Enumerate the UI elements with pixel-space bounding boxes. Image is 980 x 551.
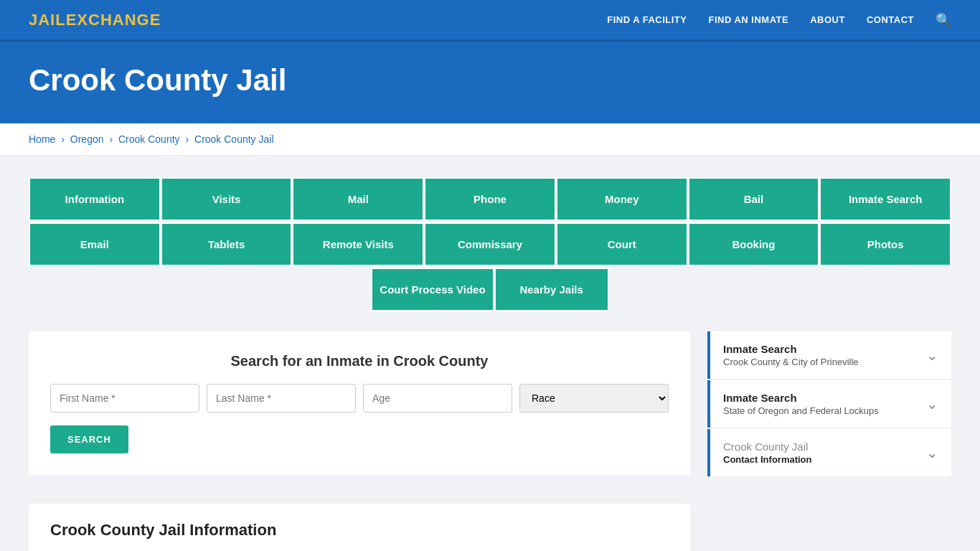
sidebar-item-sub-2: State of Oregon and Federal Lockups bbox=[723, 405, 879, 416]
breadcrumb: Home › Oregon › Crook County › Crook Cou… bbox=[0, 123, 980, 156]
sidebar-item-sub-1: Crook County & City of Prineville bbox=[723, 357, 859, 367]
btn-remote-visits[interactable]: Remote Visits bbox=[292, 222, 424, 266]
find-facility-link[interactable]: FIND A FACILITY bbox=[607, 14, 687, 25]
sidebar-item-text-3: Crook County Jail Contact Information bbox=[723, 441, 812, 465]
breadcrumb-sep-2: › bbox=[109, 133, 116, 145]
logo[interactable]: JAILEXCHANGE bbox=[29, 11, 161, 29]
button-row-3: Court Process Video Nearby Jails bbox=[29, 268, 951, 311]
contact-link[interactable]: CONTACT bbox=[867, 14, 914, 25]
btn-mail[interactable]: Mail bbox=[292, 177, 424, 221]
chevron-down-icon-3: ⌄ bbox=[926, 444, 938, 461]
btn-money[interactable]: Money bbox=[556, 177, 688, 221]
sidebar-item-sub-3: Contact Information bbox=[723, 454, 812, 465]
lower-section: Search for an Inmate in Crook County Rac… bbox=[29, 331, 951, 551]
top-navigation: JAILEXCHANGE FIND A FACILITY FIND AN INM… bbox=[0, 0, 980, 42]
btn-inmate-search[interactable]: Inmate Search bbox=[819, 177, 951, 221]
btn-booking[interactable]: Booking bbox=[688, 222, 820, 266]
btn-phone[interactable]: Phone bbox=[424, 177, 556, 221]
breadcrumb-oregon[interactable]: Oregon bbox=[70, 133, 104, 145]
btn-nearby-jails[interactable]: Nearby Jails bbox=[494, 268, 609, 311]
sidebar-item-title-1: Inmate Search bbox=[723, 343, 859, 355]
btn-email[interactable]: Email bbox=[29, 222, 161, 266]
main-area: Information Visits Mail Phone Money Bail… bbox=[0, 156, 980, 551]
about-link[interactable]: ABOUT bbox=[810, 14, 845, 25]
btn-court-process-video[interactable]: Court Process Video bbox=[371, 268, 494, 311]
page-title: Crook County Jail bbox=[29, 63, 951, 98]
btn-information[interactable]: Information bbox=[29, 177, 161, 221]
hero-section: Crook County Jail bbox=[0, 42, 980, 123]
btn-commissary[interactable]: Commissary bbox=[424, 222, 556, 266]
sidebar-item-contact-info[interactable]: Crook County Jail Contact Information ⌄ bbox=[707, 429, 951, 476]
find-inmate-link[interactable]: FIND AN INMATE bbox=[708, 14, 788, 25]
age-input[interactable] bbox=[363, 384, 512, 413]
btn-photos[interactable]: Photos bbox=[819, 222, 951, 266]
logo-exchange: EXCHANGE bbox=[66, 11, 161, 29]
race-select[interactable]: Race White Black Hispanic Asian Other bbox=[519, 384, 669, 413]
nav-links: FIND A FACILITY FIND AN INMATE ABOUT CON… bbox=[607, 12, 951, 28]
sidebar-item-title-2: Inmate Search bbox=[723, 392, 879, 404]
sidebar-item-text-2: Inmate Search State of Oregon and Federa… bbox=[723, 392, 879, 416]
search-button[interactable]: SEARCH bbox=[50, 425, 128, 453]
breadcrumb-sep-1: › bbox=[61, 133, 67, 145]
last-name-input[interactable] bbox=[207, 384, 356, 413]
sidebar-item-title-3: Crook County Jail bbox=[723, 441, 812, 453]
info-section-title: Crook County Jail Information bbox=[50, 521, 669, 540]
btn-visits[interactable]: Visits bbox=[161, 177, 293, 221]
breadcrumb-crook-county[interactable]: Crook County bbox=[118, 133, 180, 145]
button-row-1: Information Visits Mail Phone Money Bail… bbox=[29, 177, 951, 221]
breadcrumb-jail[interactable]: Crook County Jail bbox=[194, 133, 274, 145]
chevron-down-icon-2: ⌄ bbox=[926, 395, 938, 413]
button-row-2: Email Tablets Remote Visits Commissary C… bbox=[29, 222, 951, 266]
inmate-search-box: Search for an Inmate in Crook County Rac… bbox=[29, 331, 690, 475]
service-buttons-grid: Information Visits Mail Phone Money Bail… bbox=[29, 177, 951, 311]
btn-bail[interactable]: Bail bbox=[688, 177, 820, 221]
sidebar: Inmate Search Crook County & City of Pri… bbox=[707, 331, 951, 478]
first-name-input[interactable] bbox=[50, 384, 199, 413]
breadcrumb-sep-3: › bbox=[185, 133, 192, 145]
sidebar-item-inmate-search-county[interactable]: Inmate Search Crook County & City of Pri… bbox=[707, 331, 951, 379]
breadcrumb-home[interactable]: Home bbox=[29, 133, 55, 145]
sidebar-item-inmate-search-state[interactable]: Inmate Search State of Oregon and Federa… bbox=[707, 380, 951, 428]
btn-court[interactable]: Court bbox=[556, 222, 688, 266]
search-icon[interactable]: 🔍 bbox=[936, 12, 951, 28]
chevron-down-icon-1: ⌄ bbox=[926, 347, 938, 364]
info-section: Crook County Jail Information bbox=[29, 504, 690, 551]
sidebar-item-text-1: Inmate Search Crook County & City of Pri… bbox=[723, 343, 859, 367]
search-fields: Race White Black Hispanic Asian Other bbox=[50, 384, 669, 413]
logo-jail: JAIL bbox=[29, 11, 66, 29]
btn-tablets[interactable]: Tablets bbox=[161, 222, 293, 266]
search-title: Search for an Inmate in Crook County bbox=[50, 353, 669, 369]
